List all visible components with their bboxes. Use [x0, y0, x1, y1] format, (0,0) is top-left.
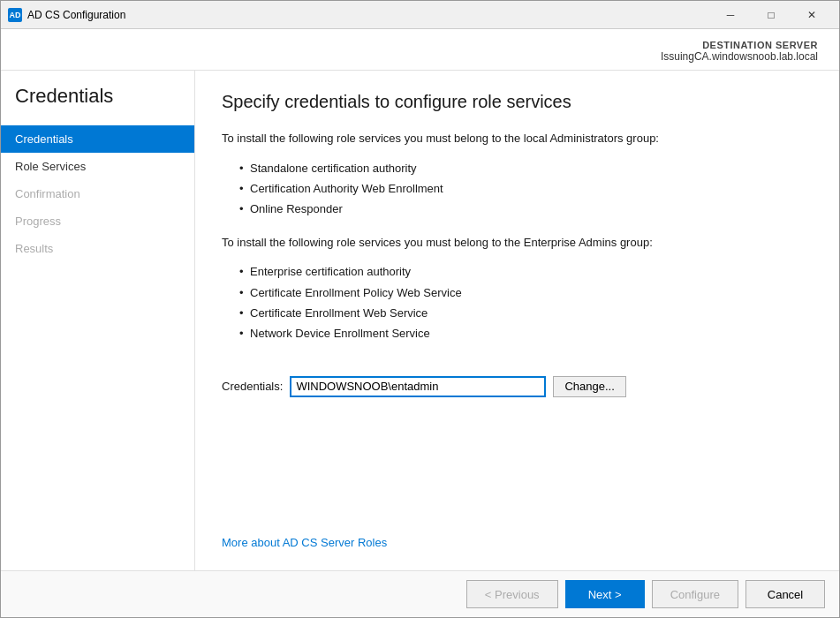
sidebar-heading: Credentials	[1, 85, 194, 125]
sidebar-item-progress: Progress	[1, 207, 194, 235]
minimize-button[interactable]: ─	[710, 1, 751, 29]
sidebar: Credentials Credentials Role Services Co…	[1, 71, 195, 570]
app-icon: AD	[8, 8, 22, 22]
destination-label: DESTINATION SERVER	[661, 40, 818, 50]
close-button[interactable]: ✕	[791, 1, 832, 29]
title-bar: AD AD CS Configuration ─ □ ✕	[1, 1, 839, 29]
list-item: Standalone certification authority	[239, 158, 813, 178]
list-item: Certificate Enrollment Policy Web Servic…	[239, 283, 813, 303]
main-panel: Specify credentials to configure role se…	[195, 71, 839, 570]
sidebar-item-role-services[interactable]: Role Services	[1, 153, 194, 180]
list-item: Certificate Enrollment Web Service	[239, 303, 813, 323]
content-area: Credentials Credentials Role Services Co…	[1, 71, 839, 570]
header-area: DESTINATION SERVER IssuingCA.windowsnoob…	[1, 29, 839, 71]
sidebar-item-credentials[interactable]: Credentials	[1, 125, 194, 153]
local-admin-list: Standalone certification authority Certi…	[239, 158, 813, 220]
previous-button[interactable]: < Previous	[466, 580, 558, 608]
enterprise-admin-list: Enterprise certification authority Certi…	[239, 261, 813, 344]
sidebar-item-confirmation: Confirmation	[1, 180, 194, 207]
cancel-button[interactable]: Cancel	[745, 580, 825, 608]
change-button[interactable]: Change...	[553, 376, 625, 397]
credentials-row: Credentials: Change...	[222, 376, 813, 397]
next-button[interactable]: Next >	[565, 580, 645, 608]
title-bar-title: AD CS Configuration	[27, 9, 710, 21]
list-item: Online Responder	[239, 199, 813, 219]
footer: < Previous Next > Configure Cancel	[1, 570, 839, 617]
local-admin-text: To install the following role services y…	[222, 130, 813, 147]
title-bar-controls: ─ □ ✕	[710, 1, 832, 29]
list-item: Network Device Enrollment Service	[239, 323, 813, 343]
destination-value: IssuingCA.windowsnoob.lab.local	[661, 50, 818, 63]
credentials-input[interactable]	[290, 376, 546, 397]
panel-title: Specify credentials to configure role se…	[222, 92, 813, 112]
enterprise-admin-text: To install the following role services y…	[222, 234, 813, 252]
credentials-label: Credentials:	[222, 380, 283, 393]
spacer	[222, 397, 813, 522]
configure-button[interactable]: Configure	[652, 580, 738, 608]
sidebar-item-results: Results	[1, 235, 194, 262]
more-link[interactable]: More about AD CS Server Roles	[222, 536, 813, 549]
maximize-button[interactable]: □	[751, 1, 791, 29]
list-item: Certification Authority Web Enrollment	[239, 178, 813, 199]
destination-server: DESTINATION SERVER IssuingCA.windowsnoob…	[661, 40, 818, 63]
window-body: DESTINATION SERVER IssuingCA.windowsnoob…	[1, 29, 839, 617]
list-item: Enterprise certification authority	[239, 261, 813, 282]
